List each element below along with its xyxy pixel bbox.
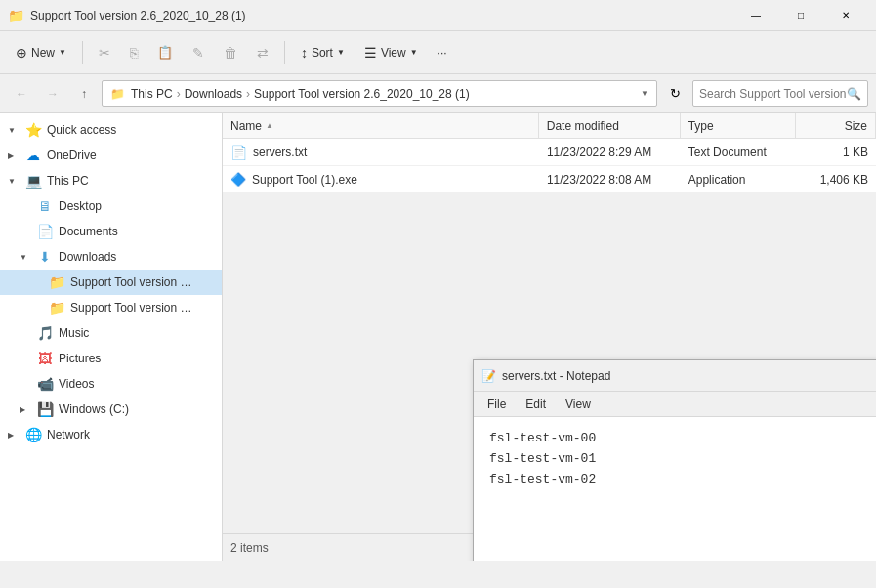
more-button[interactable]: ··· <box>430 37 455 68</box>
videos-label: Videos <box>59 377 94 391</box>
pictures-icon: 🖼 <box>37 351 53 366</box>
view-button[interactable]: ☰ View ▼ <box>356 37 426 68</box>
sidebar-item-this-pc[interactable]: ▼ 💻 This PC <box>0 168 222 193</box>
quick-access-label: Quick access <box>47 123 116 137</box>
col-header-date[interactable]: Date modified <box>539 113 681 138</box>
close-button[interactable]: ✕ <box>823 0 868 31</box>
copy-button[interactable]: ⎘ <box>122 37 146 68</box>
path-folder: Support Tool version 2.6_2020_10_28 (1) <box>254 87 470 101</box>
address-path[interactable]: 📁 This PC › Downloads › Support Tool ver… <box>102 80 657 107</box>
path-dropdown-icon[interactable]: ▼ <box>641 89 648 98</box>
support-tool-2-icon: 📁 <box>49 300 64 315</box>
paste-button[interactable]: 📋 <box>149 37 181 68</box>
sidebar-item-music[interactable]: 🎵 Music <box>0 320 222 346</box>
path-downloads: Downloads <box>185 87 242 101</box>
forward-button[interactable]: → <box>39 80 66 107</box>
network-icon: 🌐 <box>25 427 41 442</box>
search-input[interactable] <box>699 87 847 101</box>
notepad-line-1: fsl-test-vm-00 <box>489 429 876 449</box>
title-bar: 📁 Support Tool version 2.6_2020_10_28 (1… <box>0 0 876 31</box>
onedrive-label: OneDrive <box>47 148 97 162</box>
back-button[interactable]: ← <box>8 80 35 107</box>
sidebar-item-documents[interactable]: 📄 Documents <box>0 219 222 244</box>
music-icon: 🎵 <box>37 325 53 341</box>
file-row-exe[interactable]: 🔷 Support Tool (1).exe 11/23/2022 8:08 A… <box>223 166 876 193</box>
col-header-size[interactable]: Size <box>796 113 876 138</box>
file-date-servers: 11/23/2022 8:29 AM <box>539 146 681 159</box>
title-bar-left: 📁 Support Tool version 2.6_2020_10_28 (1… <box>8 8 246 23</box>
path-parts: 📁 This PC › Downloads › Support Tool ver… <box>110 87 470 101</box>
file-size-servers: 1 KB <box>796 146 876 159</box>
notepad-file-menu[interactable]: File <box>478 396 516 413</box>
file-date-exe: 11/23/2022 8:08 AM <box>539 173 681 187</box>
view-label: View <box>381 46 406 60</box>
downloads-label: Downloads <box>59 250 116 264</box>
notepad-icon: 📝 <box>481 369 496 383</box>
sort-button[interactable]: ↕ Sort ▼ <box>293 37 353 68</box>
refresh-icon: ↻ <box>670 86 681 101</box>
onedrive-expand-icon: ▶ <box>8 151 20 160</box>
cut-button[interactable]: ✂ <box>91 37 118 68</box>
notepad-edit-menu[interactable]: Edit <box>516 396 556 413</box>
path-sep-1: › <box>177 87 181 101</box>
sidebar: ▼ ⭐ Quick access ▶ ☁ OneDrive ▼ 💻 This P… <box>0 113 223 561</box>
documents-icon: 📄 <box>37 224 53 239</box>
windows-c-icon: 💾 <box>37 401 53 417</box>
notepad-title-bar: 📝 servers.txt - Notepad — □ ✕ <box>474 360 876 392</box>
file-type-exe: Application <box>681 173 796 187</box>
minimize-button[interactable]: — <box>733 0 778 31</box>
sidebar-item-support-tool-2[interactable]: 📁 Support Tool version 2.6_202 <box>0 295 222 320</box>
sidebar-item-pictures[interactable]: 🖼 Pictures <box>0 346 222 371</box>
toolbar-separator-1 <box>82 41 83 64</box>
sidebar-item-windows-c[interactable]: ▶ 💾 Windows (C:) <box>0 397 222 422</box>
copy-icon: ⎘ <box>130 45 138 61</box>
pictures-label: Pictures <box>59 352 101 365</box>
desktop-icon: 🖥 <box>37 198 53 214</box>
windows-c-expand-icon: ▶ <box>20 405 31 414</box>
col-header-type[interactable]: Type <box>681 113 796 138</box>
sidebar-item-support-tool-1[interactable]: 📁 Support Tool version 2.6_202 <box>0 270 222 295</box>
view-icon: ☰ <box>364 45 377 61</box>
sort-label: Sort <box>312 46 333 60</box>
sidebar-item-videos[interactable]: 📹 Videos <box>0 371 222 397</box>
path-this-pc: This PC <box>131 87 173 101</box>
notepad-title: servers.txt - Notepad <box>502 369 610 383</box>
cut-icon: ✂ <box>99 45 110 61</box>
sidebar-item-desktop[interactable]: 🖥 Desktop <box>0 193 222 219</box>
new-dropdown-icon: ▼ <box>59 48 66 57</box>
move-icon: ⇄ <box>257 45 269 61</box>
desktop-label: Desktop <box>59 199 102 213</box>
new-button[interactable]: ⊕ New ▼ <box>8 37 74 68</box>
col-header-name[interactable]: Name ▲ <box>223 113 539 138</box>
notepad-line-2: fsl-test-vm-01 <box>489 449 876 470</box>
notepad-view-menu[interactable]: View <box>556 396 601 413</box>
col-name-label: Name <box>230 119 262 133</box>
move-button[interactable]: ⇄ <box>249 37 276 68</box>
refresh-button[interactable]: ↻ <box>661 80 688 107</box>
delete-button[interactable]: 🗑 <box>216 37 245 68</box>
maximize-button[interactable]: □ <box>778 0 823 31</box>
view-dropdown-icon: ▼ <box>410 48 418 57</box>
file-type-servers: Text Document <box>681 146 796 159</box>
sort-dropdown-icon: ▼ <box>337 48 345 57</box>
file-name-servers-text: servers.txt <box>253 146 307 159</box>
sort-icon: ↕ <box>301 45 308 61</box>
file-row-servers[interactable]: 📄 servers.txt 11/23/2022 8:29 AM Text Do… <box>223 139 876 166</box>
sidebar-item-network[interactable]: ▶ 🌐 Network <box>0 422 222 447</box>
col-type-label: Type <box>688 119 714 133</box>
quick-access-icon: ⭐ <box>25 122 41 138</box>
onedrive-icon: ☁ <box>25 147 41 163</box>
file-list-header: Name ▲ Date modified Type Size <box>223 113 876 139</box>
file-icon-txt: 📄 <box>230 145 247 160</box>
sidebar-item-quick-access[interactable]: ▼ ⭐ Quick access <box>0 117 222 143</box>
search-box[interactable]: 🔍 <box>692 80 868 107</box>
network-expand-icon: ▶ <box>8 431 20 440</box>
sidebar-item-onedrive[interactable]: ▶ ☁ OneDrive <box>0 143 222 168</box>
up-button[interactable]: ↑ <box>70 80 98 107</box>
notepad-content[interactable]: fsl-test-vm-00 fsl-test-vm-01 fsl-test-v… <box>474 417 876 561</box>
downloads-icon: ⬇ <box>37 249 53 265</box>
this-pc-icon: 💻 <box>25 173 41 189</box>
rename-button[interactable]: ✎ <box>185 37 212 68</box>
sidebar-item-downloads[interactable]: ▼ ⬇ Downloads <box>0 244 222 270</box>
this-pc-expand-icon: ▼ <box>8 177 20 186</box>
